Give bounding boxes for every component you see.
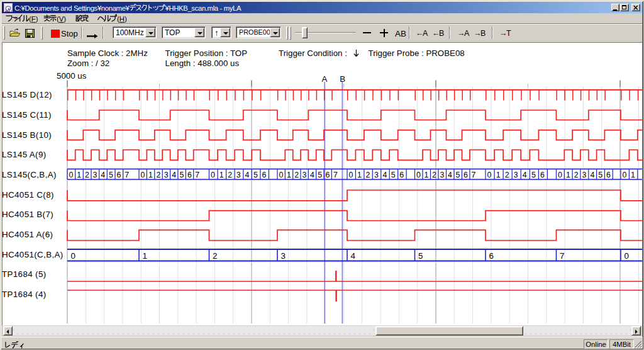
svg-text:0: 0 [141, 171, 145, 179]
svg-text:1: 1 [425, 171, 429, 179]
svg-text:TP1684 (4): TP1684 (4) [2, 290, 47, 299]
svg-text:3: 3 [303, 171, 307, 179]
svg-text:2: 2 [156, 171, 160, 179]
svg-text:Trigger Position : TOP: Trigger Position : TOP [165, 48, 248, 58]
svg-text:LS145 B(10): LS145 B(10) [2, 130, 52, 140]
svg-text:0: 0 [69, 171, 74, 179]
svg-text:6: 6 [187, 171, 192, 179]
svg-text:5: 5 [598, 171, 602, 179]
svg-text:5: 5 [109, 171, 113, 179]
svg-text:HC4051 A(6): HC4051 A(6) [2, 230, 53, 239]
svg-text:1: 1 [496, 171, 501, 179]
svg-text:0: 0 [349, 171, 353, 179]
svg-text:5: 5 [318, 171, 322, 179]
svg-text:Sample Clock : 2MHz: Sample Clock : 2MHz [67, 48, 148, 58]
svg-text:3: 3 [440, 171, 445, 179]
svg-text:1: 1 [148, 171, 153, 179]
svg-text:LS145(C,B,A): LS145(C,B,A) [2, 170, 57, 179]
svg-text:4: 4 [523, 171, 527, 179]
svg-text:7: 7 [560, 251, 564, 261]
svg-text:0: 0 [558, 171, 562, 179]
svg-text:1: 1 [143, 251, 147, 261]
svg-text:5: 5 [418, 251, 423, 261]
svg-text:6: 6 [326, 171, 330, 179]
svg-text:0: 0 [211, 171, 215, 179]
svg-text:5: 5 [180, 171, 184, 179]
svg-text:6: 6 [464, 171, 468, 179]
svg-text:LS145 C(11): LS145 C(11) [2, 110, 52, 120]
svg-text:LS145 D(12): LS145 D(12) [2, 90, 52, 99]
svg-text:2: 2 [432, 171, 436, 179]
svg-text:1: 1 [77, 171, 81, 179]
svg-text:6: 6 [540, 171, 545, 179]
svg-text:2: 2 [505, 171, 509, 179]
svg-text:1: 1 [566, 171, 570, 179]
svg-text:3: 3 [164, 171, 169, 179]
svg-text:4: 4 [245, 171, 249, 179]
svg-text:Trigger Condition :: Trigger Condition : [279, 48, 347, 58]
svg-text:6: 6 [399, 171, 404, 179]
svg-text:5: 5 [456, 171, 460, 179]
svg-text:3: 3 [93, 171, 97, 179]
svg-text:2: 2 [366, 171, 370, 179]
svg-text:3: 3 [236, 171, 241, 179]
svg-text:5: 5 [391, 171, 396, 179]
svg-text:6: 6 [606, 171, 611, 179]
svg-text:2: 2 [228, 171, 232, 179]
svg-text:1: 1 [631, 171, 635, 179]
svg-text:1: 1 [357, 171, 362, 179]
svg-text:TP1684 (5): TP1684 (5) [2, 269, 47, 279]
svg-text:4: 4 [351, 251, 356, 261]
svg-text:0: 0 [71, 251, 75, 261]
svg-text:4: 4 [101, 171, 105, 179]
svg-text:0: 0 [487, 171, 492, 179]
svg-text:B: B [340, 74, 345, 84]
svg-text:7: 7 [333, 171, 338, 179]
svg-text:3: 3 [582, 171, 587, 179]
svg-text:4: 4 [172, 171, 176, 179]
svg-text:7: 7 [472, 171, 476, 179]
svg-text:1: 1 [219, 171, 224, 179]
svg-text:0: 0 [625, 251, 629, 261]
svg-text:5000 us: 5000 us [57, 71, 87, 81]
svg-text:4: 4 [590, 171, 594, 179]
svg-text:HC4051 C(8): HC4051 C(8) [2, 190, 54, 200]
svg-text:5: 5 [531, 171, 536, 179]
svg-text:2: 2 [213, 251, 217, 261]
svg-text:7: 7 [195, 171, 199, 179]
svg-text:4: 4 [448, 171, 452, 179]
svg-text:4: 4 [310, 171, 314, 179]
svg-text:2: 2 [294, 171, 299, 179]
svg-text:HC4051 B(7): HC4051 B(7) [2, 210, 53, 219]
svg-text:HC4051(C,B,A): HC4051(C,B,A) [2, 250, 64, 259]
svg-text:6: 6 [489, 251, 494, 261]
svg-text:7: 7 [125, 171, 129, 179]
svg-text:3: 3 [281, 251, 286, 261]
svg-text:0: 0 [623, 171, 627, 179]
svg-text:3: 3 [374, 171, 379, 179]
svg-text:0: 0 [279, 171, 284, 179]
svg-text:5: 5 [253, 171, 258, 179]
svg-text:A: A [322, 74, 328, 84]
svg-text:3: 3 [514, 171, 518, 179]
svg-text:4: 4 [382, 171, 387, 179]
svg-text:6: 6 [262, 171, 267, 179]
svg-text:Trigger Probe : PROBE08: Trigger Probe : PROBE08 [369, 48, 465, 58]
svg-text:Zoom : / 32: Zoom : / 32 [67, 59, 109, 68]
svg-text:1: 1 [287, 171, 291, 179]
svg-text:LS145 A(9): LS145 A(9) [2, 150, 47, 159]
svg-text:Length : 488.000 us: Length : 488.000 us [165, 59, 240, 68]
svg-text:0: 0 [416, 171, 421, 179]
svg-text:2: 2 [574, 171, 579, 179]
svg-text:2: 2 [85, 171, 89, 179]
svg-text:6: 6 [117, 171, 121, 179]
